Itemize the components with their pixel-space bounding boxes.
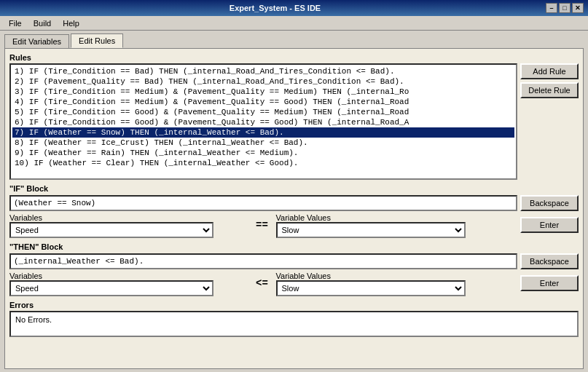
then-block-section: "THEN" Block Backspace Variables Speed <… xyxy=(9,242,579,296)
titlebar-title: Expert_System - ES IDE xyxy=(4,4,546,12)
rule-row[interactable]: 10) IF (Weather == Clear) THEN (_interna… xyxy=(12,158,514,168)
then-operator: <= xyxy=(251,277,273,289)
then-variable-values-label: Variable Values xyxy=(276,272,349,280)
then-backspace-button[interactable]: Backspace xyxy=(520,253,579,269)
minimize-button[interactable]: – xyxy=(546,3,557,13)
if-operator: == xyxy=(251,219,273,231)
tab-edit-rules[interactable]: Edit Rules xyxy=(71,33,123,48)
errors-box: No Errors. xyxy=(9,311,579,337)
if-block-input-row: Backspace xyxy=(9,195,579,211)
rule-row[interactable]: 2) IF (Pavement_Quality == Bad) THEN (_i… xyxy=(12,76,514,87)
then-values-col: Variable Values Slow xyxy=(276,272,515,296)
main-panel: Rules 1) IF (Tire_Condition == Bad) THEN… xyxy=(4,48,584,369)
if-variables-label: Variables xyxy=(9,213,68,222)
if-variable-values-label: Variable Values xyxy=(276,213,349,222)
then-block-input-row: Backspace xyxy=(9,253,579,269)
rule-row-selected[interactable]: 7) IF (Weather == Snow) THEN (_internal_… xyxy=(12,127,514,138)
rule-row[interactable]: 3) IF (Tire_Condition == Medium) & (Pave… xyxy=(12,87,514,97)
rules-area: 1) IF (Tire_Condition == Bad) THEN (_int… xyxy=(9,63,579,180)
if-block-input[interactable] xyxy=(9,195,517,211)
then-variables-label: Variables xyxy=(9,272,68,280)
if-block-label: "IF" Block xyxy=(9,184,579,193)
tab-edit-variables[interactable]: Edit Variables xyxy=(4,34,69,48)
rules-list: 1) IF (Tire_Condition == Bad) THEN (_int… xyxy=(11,65,516,170)
rule-row[interactable]: 6) IF (Tire_Condition == Good) & (Paveme… xyxy=(12,117,514,127)
delete-rule-button[interactable]: Delete Rule xyxy=(520,82,579,98)
titlebar: Expert_System - ES IDE – □ ✕ xyxy=(0,0,588,16)
rule-row[interactable]: 9) IF (Weather == Rain) THEN (_internal_… xyxy=(12,148,514,158)
if-variables-select[interactable]: Speed xyxy=(9,222,213,238)
errors-value: No Errors. xyxy=(15,315,52,324)
errors-label: Errors xyxy=(9,301,579,309)
menu-help[interactable]: Help xyxy=(57,18,85,28)
rule-row[interactable]: 8) IF (Weather == Ice_Crust) THEN (_inte… xyxy=(12,138,514,148)
close-button[interactable]: ✕ xyxy=(572,3,584,13)
if-variables-col: Variables Speed xyxy=(9,213,248,238)
then-block-input[interactable] xyxy=(9,253,517,269)
menu-build[interactable]: Build xyxy=(28,18,57,28)
if-values-col: Variable Values Slow xyxy=(276,213,515,238)
rules-section-label: Rules xyxy=(9,53,579,62)
if-variables-row: Variables Speed == Variable Values Slow … xyxy=(9,213,579,238)
rule-row[interactable]: 4) IF (Tire_Condition == Medium) & (Pave… xyxy=(12,97,514,107)
errors-section: Errors No Errors. xyxy=(9,301,579,337)
then-block-label: "THEN" Block xyxy=(9,242,579,251)
if-enter-button[interactable]: Enter xyxy=(520,217,579,233)
menu-file[interactable]: File xyxy=(3,18,28,28)
then-variables-row: Variables Speed <= Variable Values Slow … xyxy=(9,272,579,296)
if-backspace-button[interactable]: Backspace xyxy=(520,195,579,211)
then-variables-select[interactable]: Speed xyxy=(9,280,213,296)
then-variables-col: Variables Speed xyxy=(9,272,248,296)
if-block-section: "IF" Block Backspace Variables Speed == … xyxy=(9,184,579,238)
rule-row[interactable]: 5) IF (Tire_Condition == Good) & (Paveme… xyxy=(12,107,514,117)
then-variable-values-select[interactable]: Slow xyxy=(276,280,466,296)
rule-row[interactable]: 1) IF (Tire_Condition == Bad) THEN (_int… xyxy=(12,66,514,76)
maximize-button[interactable]: □ xyxy=(559,3,571,13)
titlebar-controls: – □ ✕ xyxy=(546,3,584,13)
rules-buttons: Add Rule Delete Rule xyxy=(520,63,579,180)
if-variable-values-select[interactable]: Slow xyxy=(276,222,466,238)
then-enter-button[interactable]: Enter xyxy=(520,275,579,291)
menubar: File Build Help xyxy=(0,16,588,31)
add-rule-button[interactable]: Add Rule xyxy=(520,63,579,79)
rules-list-container[interactable]: 1) IF (Tire_Condition == Bad) THEN (_int… xyxy=(9,63,517,180)
tabstrip: Edit Variables Edit Rules xyxy=(0,31,588,48)
